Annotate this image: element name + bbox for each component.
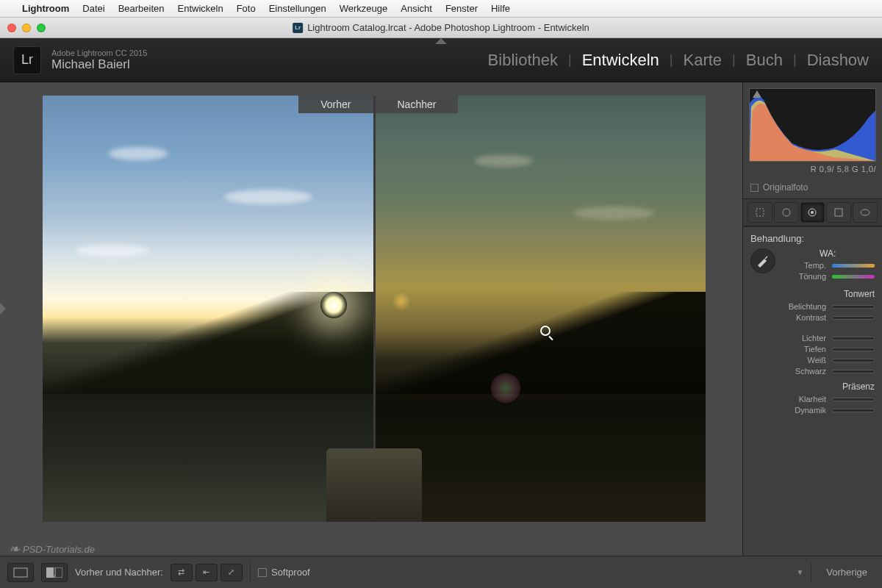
tint-label: Tönung: [799, 272, 826, 281]
before-after-view-button[interactable]: [41, 563, 68, 582]
svg-rect-4: [835, 209, 842, 216]
watermark: ❧ PSD-Tutorials.de: [9, 541, 95, 557]
tiefen-slider[interactable]: [832, 348, 875, 351]
top-panel-collapse-icon[interactable]: [435, 38, 447, 44]
macos-menubar: Lightroom Datei Bearbeiten Entwickeln Fo…: [0, 0, 882, 18]
shadow-clip-icon[interactable]: [753, 90, 761, 98]
tonwert-header: Tonwert: [750, 289, 875, 299]
originalfoto-row[interactable]: Originalfoto: [743, 179, 882, 198]
redeye-tool[interactable]: [800, 202, 825, 223]
menu-datei[interactable]: Datei: [82, 3, 104, 14]
before-pane: Vorher: [43, 96, 373, 522]
before-after-label: Vorher und Nachher:: [75, 567, 163, 578]
module-karte[interactable]: Karte: [684, 51, 723, 70]
belichtung-label: Belichtung: [789, 302, 826, 311]
lichter-label: Lichter: [802, 334, 826, 343]
svg-point-3: [811, 211, 814, 214]
radial-tool[interactable]: [853, 202, 878, 223]
spot-tool[interactable]: [774, 202, 799, 223]
klarheit-label: Klarheit: [799, 395, 826, 404]
develop-right-panel: R 0,9/ 5,8 G 1,0/ Originalfoto Behandlun…: [742, 82, 882, 556]
temp-slider[interactable]: [832, 264, 875, 268]
foreground-pedestal: [326, 448, 422, 522]
histogram-readout: R 0,9/ 5,8 G 1,0/: [749, 162, 876, 176]
behandlung-header: Behandlung:: [750, 233, 875, 244]
menu-hilfe[interactable]: Hilfe: [491, 3, 510, 14]
temp-label: Temp.: [804, 261, 826, 270]
schwarz-slider[interactable]: [832, 370, 875, 373]
tint-slider[interactable]: [832, 275, 875, 279]
histogram[interactable]: [749, 88, 876, 162]
kontrast-label: Kontrast: [796, 313, 826, 322]
menu-einstellungen[interactable]: Einstellungen: [269, 3, 326, 14]
prasenz-header: Präsenz: [750, 381, 875, 392]
copy-before-to-after-button[interactable]: ⇤: [196, 564, 218, 581]
schwarz-label: Schwarz: [795, 367, 826, 376]
svg-rect-6: [14, 568, 27, 577]
after-pane: Nachher: [373, 96, 706, 522]
softproof-toggle[interactable]: Softproof: [258, 567, 310, 578]
gradient-tool[interactable]: [826, 202, 851, 223]
weiss-slider[interactable]: [832, 359, 875, 362]
module-entwickeln[interactable]: Entwickeln: [582, 51, 659, 70]
after-label: Nachher: [376, 96, 459, 113]
toolbar-options-dropdown[interactable]: ▼: [796, 568, 803, 576]
vorherige-button[interactable]: Vorherige: [819, 567, 875, 578]
develop-toolbar: Vorher und Nachher: ⇄ ⇤ ⤢ Softproof ▼ Vo…: [0, 556, 882, 588]
module-diashow[interactable]: Diashow: [807, 51, 869, 70]
kontrast-slider[interactable]: [832, 316, 875, 320]
before-label: Vorher: [298, 96, 373, 113]
window-title: Lr Lightroom Catalog.lrcat - Adobe Photo…: [293, 22, 589, 33]
lichter-slider[interactable]: [832, 337, 875, 340]
tiefen-label: Tiefen: [804, 345, 826, 354]
weiss-label: Weiß: [808, 356, 826, 365]
traffic-lights: [7, 24, 46, 32]
svg-rect-8: [55, 567, 62, 578]
menu-ansicht[interactable]: Ansicht: [401, 3, 432, 14]
module-bibliothek[interactable]: Bibliothek: [488, 51, 558, 70]
window-titlebar: Lr Lightroom Catalog.lrcat - Adobe Photo…: [0, 18, 882, 38]
wa-label: WA:: [820, 248, 875, 259]
belichtung-slider[interactable]: [832, 305, 875, 309]
crop-tool[interactable]: [747, 202, 772, 223]
user-name: Michael Baierl: [51, 57, 147, 72]
close-window-button[interactable]: [7, 24, 16, 32]
originalfoto-checkbox[interactable]: [750, 184, 759, 192]
svg-point-1: [783, 209, 790, 216]
svg-rect-7: [46, 567, 54, 578]
loupe-view-button[interactable]: [7, 563, 34, 582]
local-adjust-toolstrip: [743, 198, 882, 226]
menu-fenster[interactable]: Fenster: [445, 3, 478, 14]
version-label: Adobe Lightroom CC 2015: [51, 49, 147, 57]
copy-after-to-before-button[interactable]: ⤢: [220, 564, 243, 581]
wreath-icon: ❧: [9, 541, 20, 557]
white-balance-eyedropper[interactable]: [750, 248, 775, 273]
menu-werkzeuge[interactable]: Werkzeuge: [340, 3, 388, 14]
before-after-compare[interactable]: Vorher Nachher: [43, 96, 706, 522]
fullscreen-window-button[interactable]: [37, 24, 46, 32]
develop-viewer: Vorher Nachher: [6, 82, 742, 556]
swap-before-after-button[interactable]: ⇄: [171, 564, 193, 581]
dynamik-slider[interactable]: [832, 409, 875, 412]
dynamik-label: Dynamik: [795, 406, 826, 415]
minimize-window-button[interactable]: [22, 24, 31, 32]
lightroom-doc-icon: Lr: [293, 23, 303, 33]
menubar-app[interactable]: Lightroom: [22, 3, 69, 14]
module-picker: Bibliothek | Entwickeln | Karte | Buch |…: [488, 51, 869, 70]
klarheit-slider[interactable]: [832, 398, 875, 401]
svg-rect-0: [756, 209, 764, 216]
menu-foto[interactable]: Foto: [237, 3, 256, 14]
identity-plate: Adobe Lightroom CC 2015 Michael Baierl: [51, 49, 147, 72]
lightroom-header: Lr Adobe Lightroom CC 2015 Michael Baier…: [0, 38, 882, 82]
menu-bearbeiten[interactable]: Bearbeiten: [118, 3, 165, 14]
lightroom-logo-icon: Lr: [13, 46, 41, 74]
left-panel-rail[interactable]: [0, 82, 6, 556]
softproof-checkbox[interactable]: [258, 568, 267, 577]
module-buch[interactable]: Buch: [746, 51, 783, 70]
menu-entwickeln[interactable]: Entwickeln: [178, 3, 223, 14]
sun-highlight: [320, 292, 347, 318]
svg-point-5: [861, 209, 870, 215]
